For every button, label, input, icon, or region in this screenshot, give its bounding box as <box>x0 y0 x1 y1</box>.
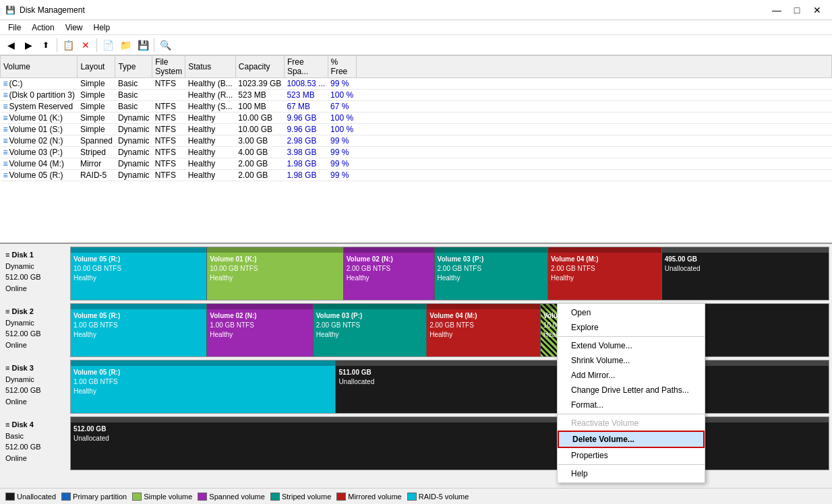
legend-color <box>336 493 346 501</box>
cell-filesystem: NTFS <box>152 78 185 90</box>
toolbar-open[interactable]: 📁 <box>117 37 133 53</box>
context-menu-item[interactable]: Properties <box>558 448 705 463</box>
context-menu-item[interactable]: Add Mirror... <box>558 368 705 383</box>
disk-type: Dynamic <box>5 374 67 385</box>
toolbar-save[interactable]: 💾 <box>135 37 151 53</box>
toolbar-back[interactable]: ◀ <box>3 37 19 53</box>
cell-capacity: 523 MB <box>235 90 284 101</box>
seg-label: Volume 02 (N:) <box>347 255 432 264</box>
seg-label: Volume 03 (P:) <box>316 311 424 321</box>
seg-size: 2.00 GB NTFS <box>438 264 545 274</box>
disk-name: ≡ Disk 3 <box>5 363 67 374</box>
seg-status: Healthy <box>551 274 659 283</box>
cell-filesystem <box>152 90 185 101</box>
window-controls: — □ ✕ <box>767 3 827 17</box>
disk-segment[interactable]: Volume 05 (R:) 10.00 GB NTFS Healthy <box>71 247 207 300</box>
table-row[interactable]: ≡Volume 01 (K:) Simple Dynamic NTFS Heal… <box>1 113 832 124</box>
disk-segment[interactable]: Volume 05 (R:) 1.00 GB NTFS Healthy <box>71 360 336 413</box>
table-row[interactable]: ≡System Reserved Simple Basic NTFS Healt… <box>1 101 832 113</box>
toolbar-up[interactable]: ⬆ <box>38 37 54 53</box>
col-capacity[interactable]: Capacity <box>235 56 284 78</box>
maximize-button[interactable]: □ <box>788 3 806 17</box>
table-row[interactable]: ≡Volume 05 (R:) RAID-5 Dynamic NTFS Heal… <box>1 170 832 181</box>
seg-status: Healthy <box>210 330 309 340</box>
col-volume[interactable]: Volume <box>1 56 78 78</box>
legend-label: RAID-5 volume <box>419 493 469 501</box>
disk-segment[interactable]: Volume 04 (M:) 2.00 GB NTFS Healthy <box>548 247 662 300</box>
disk-segment[interactable]: Volume 02 (N:) 2.00 GB NTFS Healthy <box>344 247 435 300</box>
cell-free: 1.98 GB <box>284 170 328 181</box>
disk-segment[interactable]: Volume 04 (M:) 2.00 GB NTFS Healthy <box>427 304 541 356</box>
disk-segment[interactable]: Volume 03 (P:) 2.00 GB NTFS Healthy <box>314 304 427 356</box>
disk-status: Online <box>5 340 67 351</box>
context-menu-item[interactable]: Format... <box>558 398 705 412</box>
volume-table-container[interactable]: Volume Layout Type File System Status Ca… <box>0 55 832 244</box>
table-row[interactable]: ≡Volume 01 (S:) Simple Dynamic NTFS Heal… <box>1 124 832 135</box>
toolbar-new[interactable]: 📄 <box>100 37 116 53</box>
disk-size: 512.00 GB <box>5 328 67 340</box>
seg-status: Healthy <box>347 274 432 283</box>
context-menu-item[interactable]: Change Drive Letter and Paths... <box>558 383 705 398</box>
col-type[interactable]: Type <box>115 56 152 78</box>
col-filesystem[interactable]: File System <box>152 56 185 78</box>
context-menu-separator <box>558 414 705 414</box>
seg-label: Volume 05 (R:) <box>73 311 204 321</box>
seg-size: 10.00 GB NTFS <box>210 264 340 274</box>
toolbar-search[interactable]: 🔍 <box>157 37 173 53</box>
disk-name: ≡ Disk 4 <box>5 419 67 431</box>
col-pctfree[interactable]: % Free <box>328 56 356 78</box>
seg-label: Volume 04 (M:) <box>429 311 537 321</box>
cell-filesystem: NTFS <box>152 147 185 158</box>
context-menu-item[interactable]: Open <box>558 305 705 320</box>
context-menu-item[interactable]: Shrink Volume... <box>558 353 705 368</box>
menu-help[interactable]: Help <box>88 22 116 34</box>
disk-status: Online <box>5 396 67 408</box>
disk-status: Online <box>5 283 67 294</box>
legend-item: Mirrored volume <box>336 493 401 501</box>
cell-type: Dynamic <box>115 124 152 135</box>
toolbar-delete[interactable]: ✕ <box>78 37 94 53</box>
disk-segment[interactable]: Volume 02 (N:) 1.00 GB NTFS Healthy <box>207 304 313 356</box>
disk-name: ≡ Disk 2 <box>5 306 67 317</box>
disk-segment[interactable]: Volume 01 (K:) 10.00 GB NTFS Healthy <box>207 247 343 300</box>
disk-area[interactable]: ≡ Disk 1 Dynamic 512.00 GB Online Volume… <box>0 244 832 488</box>
disk-size: 512.00 GB <box>5 272 67 283</box>
disk-segment[interactable]: Volume 03 (P:) 2.00 GB NTFS Healthy <box>435 247 549 300</box>
col-layout[interactable]: Layout <box>78 56 115 78</box>
disk-segment[interactable]: Volume 05 (R:) 1.00 GB NTFS Healthy <box>71 304 207 356</box>
table-row[interactable]: ≡Volume 03 (P:) Striped Dynamic NTFS Hea… <box>1 147 832 158</box>
col-freespace[interactable]: Free Spa... <box>284 56 328 78</box>
disk-segment[interactable]: 495.00 GB Unallocated <box>662 247 829 300</box>
minimize-button[interactable]: — <box>767 3 786 17</box>
context-menu-item[interactable]: Extend Volume... <box>558 338 705 353</box>
cell-status: Healthy <box>185 113 236 124</box>
cell-status: Healthy (S... <box>185 101 236 113</box>
cell-status: Healthy <box>185 124 236 135</box>
close-button[interactable]: ✕ <box>808 3 827 17</box>
table-row[interactable]: ≡Volume 02 (N:) Spanned Dynamic NTFS Hea… <box>1 135 832 147</box>
disk-bar: Volume 05 (R:) 1.00 GB NTFS Healthy Volu… <box>70 303 829 357</box>
context-menu-item[interactable]: Delete Volume... <box>558 431 705 448</box>
seg-label: Volume 01 (K:) <box>210 255 340 264</box>
disk-type: Dynamic <box>5 317 67 329</box>
table-row[interactable]: ≡Volume 04 (M:) Mirror Dynamic NTFS Heal… <box>1 158 832 170</box>
cell-free: 3.98 GB <box>284 147 328 158</box>
context-menu-item[interactable]: Help <box>558 466 705 481</box>
table-row[interactable]: ≡(C:) Simple Basic NTFS Healthy (B... 10… <box>1 78 832 90</box>
context-menu: OpenExploreExtend Volume...Shrink Volume… <box>557 303 705 483</box>
app-icon: 💾 <box>5 5 16 15</box>
col-extra <box>356 56 831 78</box>
table-row[interactable]: ≡(Disk 0 partition 3) Simple Basic Healt… <box>1 90 832 101</box>
menu-file[interactable]: File <box>3 22 26 34</box>
cell-filesystem: NTFS <box>152 124 185 135</box>
col-status[interactable]: Status <box>185 56 236 78</box>
menu-action[interactable]: Action <box>26 22 59 34</box>
menu-view[interactable]: View <box>60 22 88 34</box>
cell-volume: ≡Volume 01 (K:) <box>1 113 78 124</box>
toolbar-properties[interactable]: 📋 <box>60 37 76 53</box>
seg-size: 2.00 GB NTFS <box>551 264 659 274</box>
legend-color <box>132 493 142 501</box>
context-menu-item[interactable]: Explore <box>558 320 705 335</box>
toolbar-forward[interactable]: ▶ <box>20 37 36 53</box>
disk-segment[interactable]: 512.00 GB Unallocated <box>71 417 829 470</box>
